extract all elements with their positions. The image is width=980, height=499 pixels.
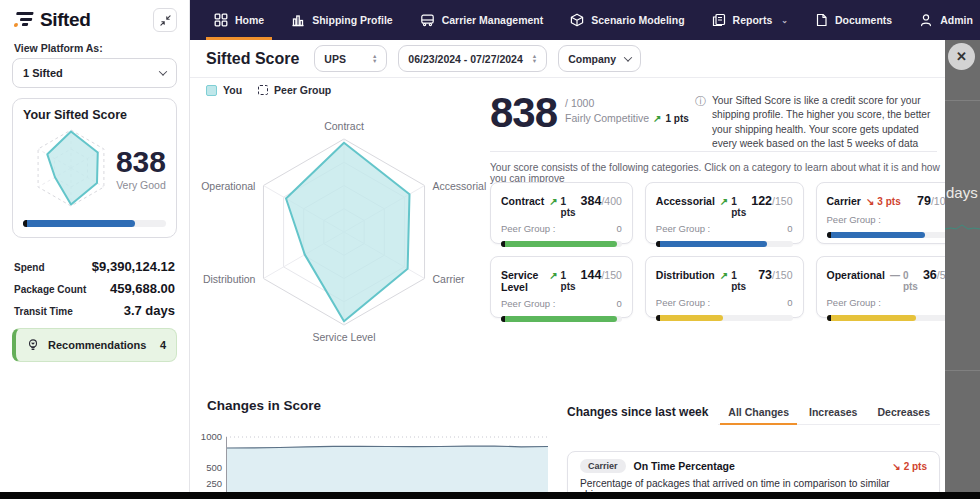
top-navbar: Home Shipping Profile Carrier Management [190, 0, 980, 40]
sidebar-stats: Spend $9,390,124.12 Package Count 459,68… [0, 246, 189, 318]
nav-item-admin[interactable]: Admin [919, 0, 973, 40]
background-days-text: days [946, 184, 978, 201]
svg-text:Distribution: Distribution [203, 273, 256, 285]
nav-item-scenario-modeling[interactable]: Scenario Modeling [570, 0, 684, 40]
category-card-distribution[interactable]: Distribution ↗1 pts 73/150 Peer Group :0 [645, 256, 804, 318]
trend-icon: ↗ [720, 270, 728, 281]
sidebar-score-card: Your Sifted Score 838 Very Good [12, 98, 177, 238]
svg-text:Contract: Contract [324, 120, 364, 132]
stat-spend: Spend $9,390,124.12 [14, 259, 175, 274]
person-icon [919, 13, 933, 27]
carrier-select[interactable]: UPS ▲▼ [314, 45, 387, 72]
category-progress [827, 232, 952, 238]
date-range-value: 06/23/2024 - 07/27/2024 [408, 53, 522, 65]
chevron-down-icon [159, 67, 167, 75]
changes-week-section: Changes since last week All Changes Incr… [567, 402, 940, 499]
trend-icon: ↘ [892, 461, 900, 472]
category-tag: Carrier [580, 459, 626, 473]
lightbulb-icon [26, 338, 40, 352]
sifted-score-panel: Sifted Score UPS ▲▼ 06/23/2024 - 07/27/2… [190, 40, 945, 499]
changes-week-title: Changes since last week [567, 405, 708, 425]
home-grid-icon [214, 13, 228, 27]
sidebar-score-rating: Very Good [116, 179, 166, 191]
collapse-icon [160, 15, 171, 26]
view-select-value: Company [568, 53, 616, 65]
dimmed-background-strip: ✕ days [945, 40, 980, 499]
y-tick-label: 250 [206, 478, 222, 489]
category-card-service-level[interactable]: Service Level ↗1 pts 144/150 Peer Group … [490, 256, 633, 318]
categories-caption: Your score consists of the following cat… [490, 162, 942, 184]
view-platform-label: View Platform As: [0, 38, 189, 58]
info-icon: ⓘ [695, 94, 706, 152]
stat-package-count: Package Count 459,688.00 [14, 281, 175, 296]
recommendations-label: Recommendations [48, 339, 152, 351]
svg-text:Operational: Operational [201, 180, 255, 192]
chevron-down-icon [624, 53, 632, 61]
category-card-operational[interactable]: Operational —0 pts 36/50 Peer Group :0 [816, 256, 963, 318]
chevron-down-icon: ⌄ [781, 16, 788, 25]
category-cards: Contract ↗1 pts 384/400 Peer Group :0 Ac… [490, 182, 945, 318]
svg-text:Service Level: Service Level [312, 331, 375, 343]
trend-icon: ↗ [549, 270, 557, 281]
sifted-logo-icon [9, 8, 38, 32]
sort-arrows-icon: ▲▼ [532, 54, 537, 63]
bar-chart-icon [291, 13, 305, 27]
score-info-text: Your Sifted Score is like a credit score… [712, 94, 939, 152]
date-range-select[interactable]: 06/23/2024 - 07/27/2024 ▲▼ [398, 45, 547, 72]
category-card-carrier[interactable]: Carrier ↘3 pts 79/100 Peer Group :0 [816, 182, 963, 244]
recommendations-count: 4 [160, 339, 166, 351]
brand-name: Sifted [40, 9, 90, 31]
svg-text:Accessorial: Accessorial [433, 180, 487, 192]
changes-chart-y-axis: 1000500250 [196, 432, 222, 492]
recommendations-button[interactable]: Recommendations 4 [12, 328, 177, 362]
score-rating: Fairly Competitive ↗ 1 pts [565, 112, 689, 124]
changes-area-chart [226, 432, 548, 492]
platform-select[interactable]: 1 Sifted [12, 58, 177, 88]
platform-select-value: 1 Sifted [23, 67, 63, 79]
view-select[interactable]: Company [558, 45, 641, 72]
category-card-accessorial[interactable]: Accessorial ↗1 pts 122/150 Peer Group :0 [645, 182, 804, 244]
trend-icon: ↗ [720, 196, 728, 207]
sidebar-collapse-button[interactable] [153, 8, 177, 32]
divider [490, 151, 937, 152]
score-info: ⓘ Your Sifted Score is like a credit sco… [695, 94, 939, 152]
tab-increases[interactable]: Increases [799, 402, 867, 424]
trend-icon: ↘ [866, 196, 874, 207]
trend-icon: — [890, 270, 900, 281]
background-sparkline [945, 220, 980, 234]
divider [945, 100, 980, 101]
document-icon [815, 13, 828, 27]
category-progress [827, 315, 952, 321]
nav-item-carrier-management[interactable]: Carrier Management [420, 0, 544, 40]
cube-icon [570, 13, 584, 27]
panel-content: You Peer Group ContractAccessorialCarrie… [190, 78, 945, 498]
page-title: Sifted Score [206, 50, 299, 68]
sort-arrows-icon: ▲▼ [372, 54, 377, 63]
y-tick-label: 1000 [201, 431, 222, 442]
stat-transit-time: Transit Time 3.7 days [14, 303, 175, 318]
close-button[interactable]: ✕ [948, 43, 975, 70]
panel-header: Sifted Score UPS ▲▼ 06/23/2024 - 07/27/2… [190, 40, 945, 78]
tab-all-changes[interactable]: All Changes [718, 402, 799, 424]
nav-item-shipping-profile[interactable]: Shipping Profile [291, 0, 393, 40]
trend-icon: ↗ [549, 196, 557, 207]
y-tick-label: 500 [206, 462, 222, 473]
sifted-logo[interactable]: Sifted [12, 8, 90, 32]
category-progress [656, 241, 793, 247]
mini-radar-chart [23, 124, 112, 212]
logo-row: Sifted [0, 0, 189, 38]
sidebar: Sifted View Platform As: 1 Sifted Your S… [0, 0, 190, 499]
nav-item-reports[interactable]: Reports ⌄ [712, 0, 788, 40]
bottom-bar [0, 492, 980, 499]
category-progress [501, 241, 622, 247]
score-denominator: / 1000 [565, 97, 689, 109]
carrier-select-value: UPS [324, 53, 346, 65]
score-card-title: Your Sifted Score [23, 108, 166, 122]
score-value: 838 [490, 92, 557, 134]
nav-item-documents[interactable]: Documents [815, 0, 892, 40]
category-card-contract[interactable]: Contract ↗1 pts 384/400 Peer Group :0 [490, 182, 633, 244]
changes-chart-title: Changes in Score [207, 398, 321, 413]
tab-decreases[interactable]: Decreases [867, 402, 940, 424]
nav-item-home[interactable]: Home [214, 0, 264, 40]
divider [945, 370, 980, 371]
